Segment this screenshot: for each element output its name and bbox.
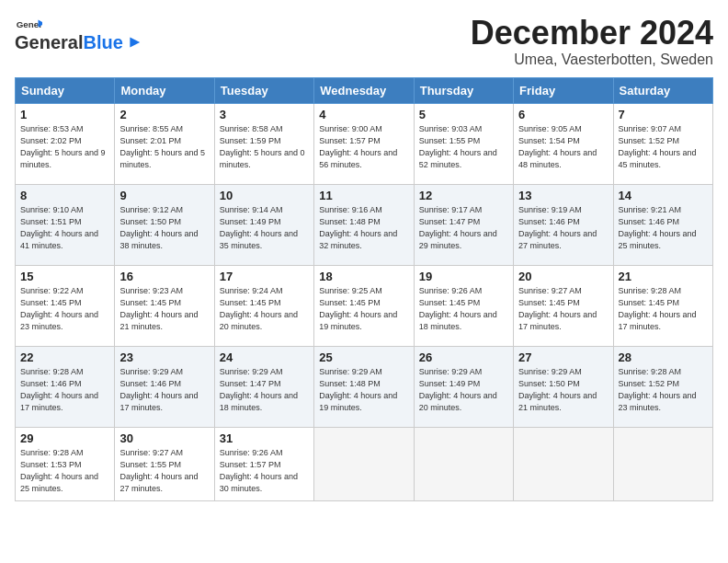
day-info: Sunrise: 9:14 AMSunset: 1:49 PMDaylight:… [220, 204, 309, 252]
title-area: December 2024 Umea, Vaesterbotten, Swede… [471, 15, 713, 68]
day-info: Sunrise: 9:16 AMSunset: 1:48 PMDaylight:… [319, 204, 408, 252]
calendar-cell: 24 Sunrise: 9:29 AMSunset: 1:47 PMDaylig… [214, 346, 313, 427]
day-number: 24 [220, 350, 309, 364]
day-number: 3 [220, 108, 309, 121]
day-info: Sunrise: 8:53 AMSunset: 2:02 PMDaylight:… [20, 123, 109, 171]
day-info: Sunrise: 9:22 AMSunset: 1:45 PMDaylight:… [20, 285, 109, 333]
day-info: Sunrise: 9:23 AMSunset: 1:45 PMDaylight:… [119, 285, 209, 333]
calendar-cell: 17 Sunrise: 9:24 AMSunset: 1:45 PMDaylig… [214, 265, 313, 346]
calendar-cell: 1 Sunrise: 8:53 AMSunset: 2:02 PMDayligh… [16, 103, 115, 184]
day-number: 17 [220, 270, 309, 283]
calendar-cell: 18 Sunrise: 9:25 AMSunset: 1:45 PMDaylig… [314, 265, 414, 346]
calendar-cell [314, 427, 414, 500]
calendar-cell: 16 Sunrise: 9:23 AMSunset: 1:45 PMDaylig… [115, 265, 214, 346]
day-number: 27 [518, 350, 608, 364]
day-number: 1 [20, 108, 109, 121]
calendar-cell: 21 Sunrise: 9:28 AMSunset: 1:45 PMDaylig… [613, 265, 712, 346]
day-info: Sunrise: 9:25 AMSunset: 1:45 PMDaylight:… [319, 285, 408, 333]
calendar-cell [613, 427, 712, 500]
day-info: Sunrise: 9:27 AMSunset: 1:45 PMDaylight:… [518, 285, 608, 333]
day-number: 23 [119, 350, 209, 364]
day-info: Sunrise: 9:27 AMSunset: 1:55 PMDaylight:… [119, 447, 209, 495]
day-info: Sunrise: 9:07 AMSunset: 1:52 PMDaylight:… [619, 123, 708, 171]
calendar-cell: 26 Sunrise: 9:29 AMSunset: 1:49 PMDaylig… [414, 346, 513, 427]
day-info: Sunrise: 9:26 AMSunset: 1:45 PMDaylight:… [419, 285, 508, 333]
day-info: Sunrise: 9:28 AMSunset: 1:45 PMDaylight:… [619, 285, 708, 333]
day-of-week-header: Tuesday [214, 77, 313, 103]
day-info: Sunrise: 9:10 AMSunset: 1:51 PMDaylight:… [20, 204, 109, 252]
day-info: Sunrise: 9:00 AMSunset: 1:57 PMDaylight:… [319, 123, 408, 171]
day-number: 28 [619, 350, 708, 364]
calendar-cell: 11 Sunrise: 9:16 AMSunset: 1:48 PMDaylig… [314, 184, 414, 265]
day-number: 15 [20, 270, 109, 283]
day-of-week-header: Monday [115, 77, 214, 103]
svg-marker-2 [130, 38, 140, 48]
page-header: General General Blue December 2024 Umea,… [15, 15, 713, 68]
day-of-week-header: Friday [514, 77, 613, 103]
day-info: Sunrise: 9:29 AMSunset: 1:46 PMDaylight:… [119, 366, 209, 414]
calendar-table: SundayMondayTuesdayWednesdayThursdayFrid… [15, 77, 713, 501]
calendar-header-row: SundayMondayTuesdayWednesdayThursdayFrid… [16, 77, 713, 103]
calendar-cell: 22 Sunrise: 9:28 AMSunset: 1:46 PMDaylig… [16, 346, 115, 427]
calendar-cell [514, 427, 613, 500]
day-info: Sunrise: 9:28 AMSunset: 1:52 PMDaylight:… [619, 366, 708, 414]
calendar-cell: 25 Sunrise: 9:29 AMSunset: 1:48 PMDaylig… [314, 346, 414, 427]
day-number: 6 [518, 108, 608, 121]
day-info: Sunrise: 9:12 AMSunset: 1:50 PMDaylight:… [119, 204, 209, 252]
page-subtitle: Umea, Vaesterbotten, Sweden [471, 52, 713, 68]
logo-icon: General [15, 18, 42, 31]
day-number: 9 [119, 189, 209, 202]
calendar-cell: 3 Sunrise: 8:58 AMSunset: 1:59 PMDayligh… [214, 103, 313, 184]
calendar-cell: 23 Sunrise: 9:29 AMSunset: 1:46 PMDaylig… [115, 346, 214, 427]
day-info: Sunrise: 8:58 AMSunset: 1:59 PMDaylight:… [220, 123, 309, 171]
calendar-cell: 7 Sunrise: 9:07 AMSunset: 1:52 PMDayligh… [613, 103, 712, 184]
day-of-week-header: Thursday [414, 77, 513, 103]
calendar-cell: 31 Sunrise: 9:26 AMSunset: 1:57 PMDaylig… [214, 427, 313, 500]
calendar-cell: 20 Sunrise: 9:27 AMSunset: 1:45 PMDaylig… [514, 265, 613, 346]
day-number: 16 [119, 270, 209, 283]
day-number: 12 [419, 189, 508, 202]
calendar-cell: 4 Sunrise: 9:00 AMSunset: 1:57 PMDayligh… [314, 103, 414, 184]
page-title: December 2024 [471, 15, 713, 52]
logo-arrow-icon [125, 34, 142, 51]
calendar-cell: 5 Sunrise: 9:03 AMSunset: 1:55 PMDayligh… [414, 103, 513, 184]
day-number: 30 [119, 431, 209, 445]
day-info: Sunrise: 9:29 AMSunset: 1:50 PMDaylight:… [518, 366, 608, 414]
day-info: Sunrise: 9:21 AMSunset: 1:46 PMDaylight:… [619, 204, 708, 252]
logo: General General Blue [15, 18, 142, 52]
day-number: 14 [619, 189, 708, 202]
day-info: Sunrise: 9:05 AMSunset: 1:54 PMDaylight:… [518, 123, 608, 171]
day-number: 19 [419, 270, 508, 283]
day-number: 7 [619, 108, 708, 121]
day-info: Sunrise: 9:03 AMSunset: 1:55 PMDaylight:… [419, 123, 508, 171]
calendar-cell: 19 Sunrise: 9:26 AMSunset: 1:45 PMDaylig… [414, 265, 513, 346]
day-info: Sunrise: 9:24 AMSunset: 1:45 PMDaylight:… [220, 285, 309, 333]
day-info: Sunrise: 9:29 AMSunset: 1:49 PMDaylight:… [419, 366, 508, 414]
day-number: 4 [319, 108, 408, 121]
calendar-cell: 8 Sunrise: 9:10 AMSunset: 1:51 PMDayligh… [16, 184, 115, 265]
day-info: Sunrise: 9:28 AMSunset: 1:46 PMDaylight:… [20, 366, 109, 414]
calendar-cell: 14 Sunrise: 9:21 AMSunset: 1:46 PMDaylig… [613, 184, 712, 265]
calendar-cell: 28 Sunrise: 9:28 AMSunset: 1:52 PMDaylig… [613, 346, 712, 427]
calendar-cell: 15 Sunrise: 9:22 AMSunset: 1:45 PMDaylig… [16, 265, 115, 346]
day-number: 26 [419, 350, 508, 364]
day-info: Sunrise: 9:28 AMSunset: 1:53 PMDaylight:… [20, 447, 109, 495]
calendar-cell: 13 Sunrise: 9:19 AMSunset: 1:46 PMDaylig… [514, 184, 613, 265]
calendar-cell: 6 Sunrise: 9:05 AMSunset: 1:54 PMDayligh… [514, 103, 613, 184]
day-info: Sunrise: 9:19 AMSunset: 1:46 PMDaylight:… [518, 204, 608, 252]
day-of-week-header: Wednesday [314, 77, 414, 103]
day-number: 25 [319, 350, 408, 364]
day-info: Sunrise: 9:17 AMSunset: 1:47 PMDaylight:… [419, 204, 508, 252]
day-number: 10 [220, 189, 309, 202]
calendar-cell: 30 Sunrise: 9:27 AMSunset: 1:55 PMDaylig… [115, 427, 214, 500]
day-number: 8 [20, 189, 109, 202]
calendar-cell: 2 Sunrise: 8:55 AMSunset: 2:01 PMDayligh… [115, 103, 214, 184]
day-of-week-header: Sunday [16, 77, 115, 103]
day-number: 5 [419, 108, 508, 121]
calendar-cell: 10 Sunrise: 9:14 AMSunset: 1:49 PMDaylig… [214, 184, 313, 265]
logo-blue-text: Blue [83, 33, 122, 52]
calendar-cell [414, 427, 513, 500]
day-info: Sunrise: 9:29 AMSunset: 1:48 PMDaylight:… [319, 366, 408, 414]
calendar-cell: 29 Sunrise: 9:28 AMSunset: 1:53 PMDaylig… [16, 427, 115, 500]
day-info: Sunrise: 9:29 AMSunset: 1:47 PMDaylight:… [220, 366, 309, 414]
